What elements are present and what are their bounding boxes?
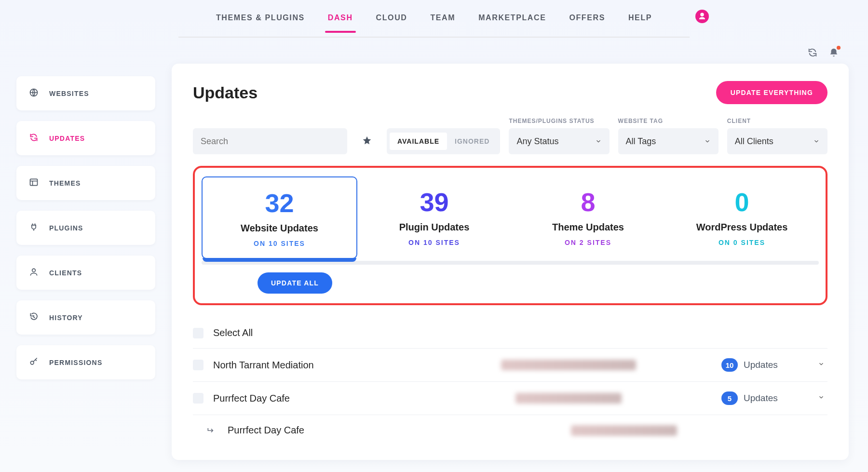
tag-filter-label: WEBSITE TAG bbox=[618, 118, 719, 124]
updates-label: Updates bbox=[744, 393, 778, 404]
sidebar-item-permissions[interactable]: PERMISSIONS bbox=[16, 345, 155, 379]
summary-card-website[interactable]: 32 Website Updates ON 10 SITES bbox=[202, 176, 357, 259]
updates-label: Updates bbox=[744, 360, 778, 370]
summary-title: Theme Updates bbox=[516, 222, 660, 233]
row-url-redacted bbox=[501, 360, 636, 370]
row-url-redacted bbox=[571, 425, 677, 436]
utility-row bbox=[0, 38, 868, 60]
sidebar-item-clients[interactable]: CLIENTS bbox=[16, 256, 155, 290]
row-site-name: Purrfect Day Cafe bbox=[213, 393, 416, 404]
tag-filter-value: All Tags bbox=[626, 136, 656, 147]
sidebar-item-label: HISTORY bbox=[49, 314, 83, 322]
chevron-down-icon bbox=[704, 138, 711, 145]
expand-row-button[interactable] bbox=[818, 394, 827, 403]
table-row: North Tarrant Mediation 10 Updates bbox=[193, 349, 827, 382]
layout-icon bbox=[29, 177, 39, 189]
sidebar-item-label: CLIENTS bbox=[49, 269, 82, 277]
page-title: Updates bbox=[193, 83, 258, 102]
summary-count: 8 bbox=[516, 189, 660, 215]
nav-cloud[interactable]: CLOUD bbox=[365, 13, 419, 32]
update-all-button[interactable]: UPDATE ALL bbox=[258, 272, 332, 294]
sidebar-item-history[interactable]: HISTORY bbox=[16, 300, 155, 335]
select-all-label: Select All bbox=[213, 327, 416, 338]
summary-subtitle: ON 10 SITES bbox=[362, 239, 506, 246]
sub-row-name: Purrfect Day Cafe bbox=[228, 425, 411, 436]
bell-icon[interactable] bbox=[828, 47, 839, 60]
row-updates-count: 10 Updates bbox=[721, 358, 808, 372]
notification-dot-icon bbox=[837, 46, 841, 50]
nav-themes-plugins[interactable]: THEMES & PLUGINS bbox=[204, 13, 316, 32]
summary-card-plugin[interactable]: 39 Plugin Updates ON 10 SITES bbox=[357, 176, 511, 259]
sidebar-item-label: UPDATES bbox=[49, 135, 85, 142]
update-everything-button[interactable]: UPDATE EVERYTHING bbox=[716, 81, 827, 104]
segment-ignored[interactable]: IGNORED bbox=[447, 133, 497, 150]
expand-row-button[interactable] bbox=[818, 361, 827, 369]
summary-title: Plugin Updates bbox=[362, 222, 506, 233]
row-checkbox[interactable] bbox=[193, 360, 203, 370]
search-input-wrap bbox=[193, 128, 347, 154]
nav-team[interactable]: TEAM bbox=[419, 13, 467, 32]
key-icon bbox=[29, 357, 39, 368]
summary-highlight-box: 32 Website Updates ON 10 SITES 39 Plugin… bbox=[193, 166, 827, 305]
plug-icon bbox=[29, 222, 39, 233]
svg-point-3 bbox=[30, 361, 34, 364]
chevron-down-icon bbox=[595, 138, 602, 145]
nav-offers[interactable]: OFFERS bbox=[557, 13, 617, 32]
client-filter-label: CLIENT bbox=[727, 118, 827, 124]
chevron-down-icon bbox=[818, 394, 825, 401]
filters-row: AVAILABLE IGNORED THEMES/PLUGINS STATUS … bbox=[193, 118, 827, 154]
favorite-filter-button[interactable] bbox=[356, 128, 378, 154]
count-badge: 5 bbox=[721, 391, 738, 405]
select-all-checkbox[interactable] bbox=[193, 328, 203, 338]
summary-count: 0 bbox=[670, 189, 814, 215]
svg-rect-1 bbox=[30, 179, 38, 185]
refresh-icon[interactable] bbox=[807, 47, 818, 60]
sidebar-item-updates[interactable]: UPDATES bbox=[16, 121, 155, 155]
summary-card-theme[interactable]: 8 Theme Updates ON 2 SITES bbox=[511, 176, 665, 259]
sidebar-item-label: THEMES bbox=[49, 179, 81, 187]
sidebar-item-themes[interactable]: THEMES bbox=[16, 166, 155, 200]
row-site-name: North Tarrant Mediation bbox=[213, 360, 416, 371]
sidebar-item-label: PLUGINS bbox=[49, 224, 83, 232]
sidebar-item-label: PERMISSIONS bbox=[49, 359, 102, 366]
nav-help[interactable]: HELP bbox=[617, 13, 664, 32]
row-url-redacted bbox=[515, 393, 622, 404]
client-filter-select[interactable]: All Clients bbox=[727, 128, 827, 154]
row-checkbox[interactable] bbox=[193, 393, 203, 404]
star-icon bbox=[362, 135, 372, 147]
count-badge: 10 bbox=[721, 358, 738, 372]
user-icon bbox=[29, 267, 39, 278]
summary-card-wordpress[interactable]: 0 WordPress Updates ON 0 SITES bbox=[665, 176, 819, 259]
sidebar-item-label: WEBSITES bbox=[49, 90, 89, 97]
chevron-down-icon bbox=[813, 138, 820, 145]
tag-filter-select[interactable]: All Tags bbox=[618, 128, 719, 154]
summary-title: WordPress Updates bbox=[670, 222, 814, 233]
main-panel: Updates UPDATE EVERYTHING AVAILABLE IGNO… bbox=[172, 64, 849, 460]
status-filter-value: Any Status bbox=[516, 136, 558, 147]
select-all-row: Select All bbox=[193, 318, 827, 349]
sub-arrow-icon bbox=[206, 426, 216, 435]
svg-point-2 bbox=[32, 269, 36, 272]
sidebar-item-websites[interactable]: WEBSITES bbox=[16, 76, 155, 110]
summary-count: 39 bbox=[362, 189, 506, 215]
globe-icon bbox=[29, 88, 39, 99]
history-icon bbox=[29, 312, 39, 323]
account-avatar-icon[interactable] bbox=[695, 10, 709, 23]
sidebar: WEBSITES UPDATES THEMES PLUGINS CLIENTS … bbox=[16, 64, 155, 460]
summary-title: Website Updates bbox=[207, 223, 352, 234]
segment-available[interactable]: AVAILABLE bbox=[390, 133, 447, 150]
status-filter-select[interactable]: Any Status bbox=[509, 128, 609, 154]
summary-subtitle: ON 2 SITES bbox=[516, 239, 660, 246]
updates-list: Select All North Tarrant Mediation 10 Up… bbox=[193, 318, 827, 445]
nav-marketplace[interactable]: MARKETPLACE bbox=[467, 13, 557, 32]
search-input[interactable] bbox=[201, 136, 339, 147]
chevron-down-icon bbox=[818, 361, 825, 367]
refresh-icon bbox=[29, 133, 39, 144]
sidebar-item-plugins[interactable]: PLUGINS bbox=[16, 211, 155, 245]
nav-dash[interactable]: DASH bbox=[316, 13, 365, 32]
table-sub-row: Purrfect Day Cafe bbox=[193, 415, 827, 445]
top-nav: THEMES & PLUGINS DASH CLOUD TEAM MARKETP… bbox=[178, 0, 690, 38]
client-filter-value: All Clients bbox=[735, 136, 773, 147]
summary-subtitle: ON 10 SITES bbox=[207, 240, 352, 247]
status-filter-label: THEMES/PLUGINS STATUS bbox=[509, 118, 609, 124]
